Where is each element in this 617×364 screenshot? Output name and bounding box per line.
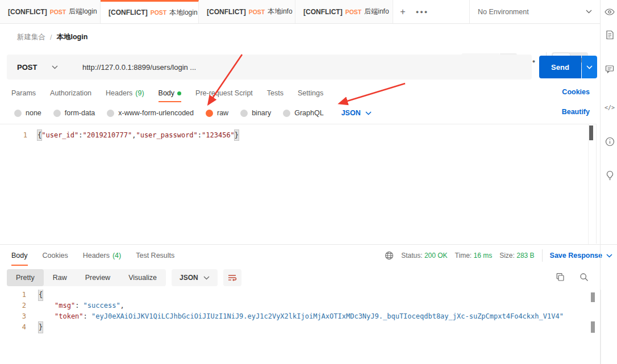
view-raw[interactable]: Raw: [44, 269, 76, 286]
app-tab-backend-login[interactable]: [CONFLICT] POST 后端login: [0, 0, 101, 23]
info-icon[interactable]: [603, 135, 616, 148]
response-meta: Status: 200 OK Time: 16 ms Size: 283 B S…: [385, 245, 612, 266]
tab-label: Body: [159, 89, 175, 97]
tab-count: (4): [112, 252, 121, 260]
environment-selector[interactable]: No Environment: [469, 0, 600, 23]
radio-raw[interactable]: raw: [206, 109, 228, 117]
tab-pre-request-script[interactable]: Pre-request Script: [195, 84, 253, 102]
chevron-down-icon: [606, 254, 612, 258]
json-value: "success": [84, 300, 120, 311]
raw-format-label: JSON: [341, 109, 361, 117]
response-tab-headers[interactable]: Headers (4): [83, 245, 122, 266]
save-response-button[interactable]: Save Response: [550, 252, 612, 260]
size-label: Size:: [499, 252, 515, 260]
tab-label: Headers: [83, 252, 110, 260]
radio-label: binary: [252, 109, 271, 117]
response-tab-cookies[interactable]: Cookies: [43, 245, 68, 266]
radio-binary[interactable]: binary: [240, 109, 271, 117]
documentation-icon[interactable]: [603, 28, 616, 41]
chevron-down-icon: [586, 65, 593, 69]
chevron-down-icon: [52, 65, 58, 69]
tab-tests[interactable]: Tests: [267, 84, 284, 102]
view-label: Visualize: [128, 274, 157, 282]
request-body-editor[interactable]: 1 {"user_id":"2019210777","user_password…: [0, 124, 597, 244]
breadcrumb-separator: /: [50, 34, 52, 41]
response-line-4: 4 }: [0, 322, 601, 333]
radio-x-www-form-urlencoded[interactable]: x-www-form-urlencoded: [107, 109, 194, 117]
tab-params[interactable]: Params: [11, 84, 36, 102]
request-toolbar: 新建集合 / 本地login Save ●●●: [0, 24, 600, 50]
line-number: 4: [0, 322, 26, 333]
close-brace: }: [235, 130, 239, 140]
tab-options-button[interactable]: ●●●: [412, 0, 432, 23]
tab-settings[interactable]: Settings: [298, 84, 323, 102]
code-snippet-icon[interactable]: </>: [603, 101, 616, 114]
chevron-down-icon: [203, 276, 210, 280]
status-label: Status:: [401, 252, 422, 260]
breadcrumb: 新建集合 / 本地login: [17, 32, 87, 42]
app-tab-local-info[interactable]: [CONFLICT] POST 本地info: [199, 0, 295, 23]
wrap-text-icon: [228, 274, 237, 282]
copy-icon[interactable]: [556, 273, 565, 282]
line-number: 1: [0, 290, 26, 300]
radio-label: none: [26, 109, 41, 117]
cookies-link[interactable]: Cookies: [562, 88, 590, 96]
globe-icon[interactable]: [385, 251, 394, 260]
line-number: 3: [0, 311, 26, 322]
json-colon: :: [78, 130, 82, 140]
app-tab-local-login-active[interactable]: [CONFLICT] POST 本地login: [101, 0, 199, 23]
tab-authorization[interactable]: Authorization: [50, 84, 91, 102]
time-label: Time:: [455, 252, 472, 260]
response-line-3: 3 "token": "eyJ0eXAiOiJKV1QiLCJhbGciOiJI…: [0, 311, 601, 322]
eye-icon[interactable]: [603, 6, 616, 18]
radio-icon: [283, 110, 290, 117]
url-input[interactable]: http://127.0.0.1:8899/users/login ...: [72, 63, 532, 72]
radio-label: raw: [217, 109, 228, 117]
view-visualize[interactable]: Visualize: [119, 269, 166, 286]
beautify-link[interactable]: Beautify: [562, 108, 590, 116]
raw-format-select[interactable]: JSON: [341, 109, 372, 117]
radio-graphql[interactable]: GraphQL: [283, 109, 323, 117]
response-tab-body[interactable]: Body: [11, 245, 28, 266]
comments-icon[interactable]: [603, 62, 616, 75]
app-tab-backend-info[interactable]: [CONFLICT] POST 后端info: [295, 0, 393, 23]
time-value: 16 ms: [474, 252, 493, 260]
tab-conflict-label: [CONFLICT]: [207, 8, 246, 16]
wrap-lines-button[interactable]: [223, 269, 241, 286]
editor-scrollbar-thumb[interactable]: [589, 125, 593, 140]
status-value: 200 OK: [424, 252, 448, 260]
response-body-actions: [556, 273, 589, 282]
response-format-select[interactable]: JSON: [172, 269, 218, 286]
json-value: "123456": [202, 130, 235, 140]
send-options-button[interactable]: [582, 56, 597, 78]
line-number: 1: [0, 130, 27, 140]
tab-method-label: POST: [50, 9, 66, 15]
json-colon: :: [84, 311, 91, 322]
size-pair: Size: 283 B: [499, 252, 534, 260]
view-label: Raw: [53, 274, 67, 282]
search-icon[interactable]: [580, 273, 589, 282]
view-pretty[interactable]: Pretty: [7, 269, 44, 286]
response-body-viewer[interactable]: 1 { 2 "msg": "success", 3 "token": "eyJ0…: [0, 290, 601, 364]
radio-label: GraphQL: [294, 109, 323, 117]
tab-title: 本地login: [169, 8, 197, 18]
tab-method-label: POST: [249, 9, 265, 15]
tab-headers[interactable]: Headers (9): [106, 84, 144, 102]
send-button[interactable]: Send: [539, 56, 581, 78]
json-value: "2019210777": [83, 130, 132, 140]
view-preview[interactable]: Preview: [76, 269, 119, 286]
response-scrollbar-thumb[interactable]: [591, 292, 595, 302]
tab-body[interactable]: Body: [159, 84, 182, 102]
breadcrumb-collection[interactable]: 新建集合: [17, 32, 45, 42]
radio-form-data[interactable]: form-data: [53, 109, 95, 117]
radio-none[interactable]: none: [14, 109, 41, 117]
response-inner-scrollbar-thumb[interactable]: [591, 321, 595, 333]
tab-method-label: POST: [151, 9, 167, 16]
lightbulb-icon[interactable]: [603, 169, 616, 182]
json-colon: :: [198, 130, 202, 140]
method-select[interactable]: POST: [7, 63, 72, 72]
response-tab-test-results[interactable]: Test Results: [136, 245, 174, 266]
more-icon: ●●●: [416, 9, 428, 15]
new-tab-button[interactable]: +: [393, 0, 412, 23]
request-tabs: Params Authorization Headers (9) Body Pr…: [0, 84, 600, 102]
